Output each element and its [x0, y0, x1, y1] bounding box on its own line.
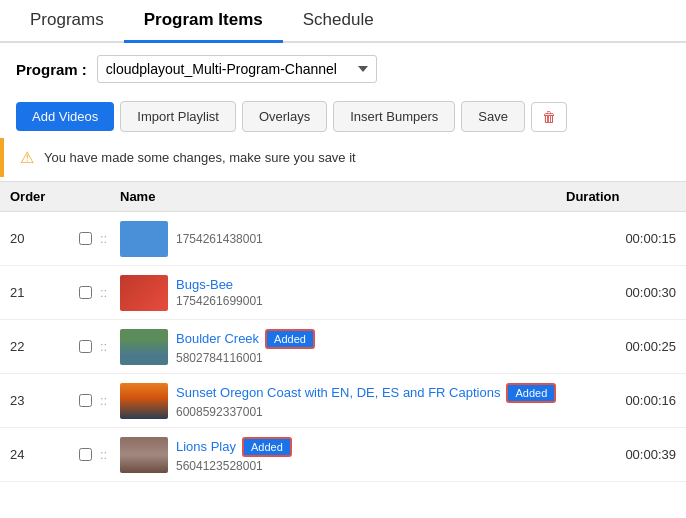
row-order-24: 24	[10, 447, 70, 462]
row-id-20: 1754261438001	[176, 232, 263, 246]
row-id-24: 5604123528001	[176, 459, 292, 473]
added-badge-24: Added	[242, 437, 292, 457]
tab-schedule[interactable]: Schedule	[283, 0, 394, 43]
row-name-24: Lions Play Added 5604123528001	[120, 437, 566, 473]
row-id-23: 6008592337001	[176, 405, 556, 419]
overlays-button[interactable]: Overlays	[242, 101, 327, 132]
row-duration-23: 00:00:16	[566, 393, 676, 408]
program-select[interactable]: cloudplayout_Multi-Program-Channel	[97, 55, 377, 83]
table-row: 24 :: Lions Play Added 5604123528001 00:…	[0, 428, 686, 482]
save-button[interactable]: Save	[461, 101, 525, 132]
row-duration-20: 00:00:15	[566, 231, 676, 246]
tab-programs[interactable]: Programs	[10, 0, 124, 43]
warning-icon: ⚠	[20, 148, 34, 167]
row-name-23: Sunset Oregon Coast with EN, DE, ES and …	[120, 383, 566, 419]
add-videos-button[interactable]: Add Videos	[16, 102, 114, 131]
row-order-23: 23	[10, 393, 70, 408]
program-row: Program : cloudplayout_Multi-Program-Cha…	[0, 43, 686, 95]
table-row: 21 :: Bugs-Bee 1754261699001 00:00:30	[0, 266, 686, 320]
row-thumb-20	[120, 221, 168, 257]
insert-bumpers-button[interactable]: Insert Bumpers	[333, 101, 455, 132]
row-check-22[interactable]	[70, 340, 100, 353]
tab-program-items[interactable]: Program Items	[124, 0, 283, 43]
row-id-21: 1754261699001	[176, 294, 263, 308]
row-name-20: 1754261438001	[120, 221, 566, 257]
header-order: Order	[10, 189, 70, 204]
data-table: Order Name Duration 20 :: 1754261438001 …	[0, 181, 686, 482]
row-drag-23[interactable]: ::	[100, 393, 120, 408]
program-label: Program :	[16, 61, 87, 78]
row-check-20[interactable]	[70, 232, 100, 245]
table-row: 22 :: Boulder Creek Added 5802784116001 …	[0, 320, 686, 374]
row-duration-21: 00:00:30	[566, 285, 676, 300]
row-order-20: 20	[10, 231, 70, 246]
nav-tabs: Programs Program Items Schedule	[0, 0, 686, 43]
added-badge-22: Added	[265, 329, 315, 349]
delete-button[interactable]: 🗑	[531, 102, 567, 132]
row-name-22: Boulder Creek Added 5802784116001	[120, 329, 566, 365]
warning-text: You have made some changes, make sure yo…	[44, 150, 356, 165]
table-row: 20 :: 1754261438001 00:00:15	[0, 212, 686, 266]
row-title-23: Sunset Oregon Coast with EN, DE, ES and …	[176, 383, 556, 403]
row-check-23[interactable]	[70, 394, 100, 407]
row-thumb-24	[120, 437, 168, 473]
row-id-22: 5802784116001	[176, 351, 315, 365]
added-badge-23: Added	[506, 383, 556, 403]
action-bar: Add Videos Import Playlist Overlays Inse…	[0, 95, 686, 138]
row-order-22: 22	[10, 339, 70, 354]
row-duration-22: 00:00:25	[566, 339, 676, 354]
row-title-24: Lions Play Added	[176, 437, 292, 457]
row-thumb-22	[120, 329, 168, 365]
row-check-24[interactable]	[70, 448, 100, 461]
header-duration: Duration	[566, 189, 676, 204]
row-title-21: Bugs-Bee	[176, 277, 263, 292]
import-playlist-button[interactable]: Import Playlist	[120, 101, 236, 132]
row-thumb-23	[120, 383, 168, 419]
row-drag-21[interactable]: ::	[100, 285, 120, 300]
row-title-22: Boulder Creek Added	[176, 329, 315, 349]
table-header: Order Name Duration	[0, 181, 686, 212]
row-name-21: Bugs-Bee 1754261699001	[120, 275, 566, 311]
row-drag-20[interactable]: ::	[100, 231, 120, 246]
row-duration-24: 00:00:39	[566, 447, 676, 462]
row-drag-24[interactable]: ::	[100, 447, 120, 462]
row-check-21[interactable]	[70, 286, 100, 299]
row-order-21: 21	[10, 285, 70, 300]
header-name: Name	[120, 189, 566, 204]
table-row: 23 :: Sunset Oregon Coast with EN, DE, E…	[0, 374, 686, 428]
row-thumb-21	[120, 275, 168, 311]
warning-banner: ⚠ You have made some changes, make sure …	[0, 138, 686, 177]
row-drag-22[interactable]: ::	[100, 339, 120, 354]
